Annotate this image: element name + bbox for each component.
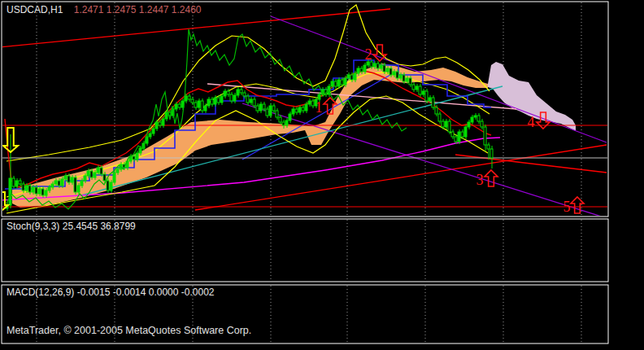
candle-body (311, 101, 314, 106)
candle-body (133, 156, 135, 160)
candle-body (94, 173, 96, 177)
candle-body (194, 103, 197, 107)
candle-body (396, 72, 398, 78)
candle-body (344, 78, 346, 85)
ohlc-quote-values: 1.2471 1.2475 1.2447 1.2460 (74, 4, 202, 15)
candle-body (19, 181, 21, 184)
candle-body (376, 63, 379, 68)
candle-body (51, 184, 54, 187)
candle-body (162, 119, 164, 125)
candle-body (448, 121, 450, 132)
candle-body (266, 109, 268, 116)
candle-body (77, 186, 80, 192)
candle-body (393, 72, 395, 75)
candle-body (337, 80, 340, 86)
candle-body (243, 93, 246, 96)
candle-body (468, 122, 470, 127)
candle-body (461, 132, 463, 137)
candle-body (282, 122, 285, 125)
candle-body (246, 96, 249, 103)
candle-body (240, 90, 242, 93)
candle-body (253, 99, 255, 106)
candle-body (155, 122, 158, 129)
candle-body (110, 182, 112, 190)
annotation-number-2: 2 (365, 46, 372, 63)
candle-body (347, 75, 350, 78)
candle-body (12, 178, 15, 186)
candle-body (67, 176, 70, 182)
metatrader-chart-window: 12345 USDCAD,H1 1.2471 1.2475 1.2447 1.2… (0, 0, 644, 350)
macd-indicator-label: MACD(12,26,9) -0.0015 -0.0014 0.0000 -0.… (7, 287, 215, 297)
candle-body (416, 86, 418, 90)
candle-body (178, 104, 181, 107)
candle-body (445, 121, 447, 127)
cyan-rising-trendline[interactable] (81, 86, 503, 195)
annotation-arrow-up-icon (485, 170, 498, 186)
candle-body (107, 181, 109, 190)
candle-body (455, 137, 457, 142)
candle-body (432, 98, 434, 107)
candle-body (484, 127, 486, 145)
main-chart-area[interactable]: 12345 (0, 5, 607, 218)
candle-body (419, 86, 421, 94)
candle-body (412, 85, 415, 90)
candle-body (15, 181, 18, 186)
candle-body (58, 181, 60, 186)
candle-body (481, 121, 483, 127)
candle-body (474, 116, 476, 117)
candle-body (429, 98, 431, 101)
candle-body (139, 148, 141, 153)
candle-body (276, 111, 278, 117)
candle-body (272, 106, 275, 111)
candle-body (383, 65, 385, 72)
candle-body (263, 104, 265, 109)
candle-body (341, 80, 343, 85)
candle-body (149, 133, 151, 137)
candle-body (458, 132, 460, 142)
candle-body (399, 75, 402, 78)
candle-body (103, 174, 106, 181)
candle-body (285, 120, 288, 125)
candle-body (422, 91, 424, 94)
candle-body (305, 104, 307, 111)
candle-body (165, 112, 168, 119)
candle-body (74, 177, 76, 192)
annotation-number-4: 4 (528, 114, 535, 130)
candle-body (61, 179, 63, 186)
candle-body (113, 173, 115, 182)
candle-body (204, 106, 207, 111)
red-rising-support[interactable] (195, 145, 607, 210)
candle-body (302, 107, 304, 111)
candle-body (159, 122, 161, 125)
candle-body (269, 106, 272, 116)
candle-body (152, 129, 154, 133)
candle-body (97, 168, 99, 173)
candle-body (80, 181, 83, 186)
candle-body (100, 168, 102, 174)
candle-body (295, 109, 298, 112)
candle-body (28, 186, 31, 192)
candle-body (201, 101, 203, 111)
candle-body (188, 96, 190, 99)
candle-body (402, 75, 405, 81)
candle-body (471, 117, 473, 122)
annotation-number-3: 3 (476, 172, 484, 188)
annotation-number-5: 5 (564, 199, 571, 215)
candle-body (298, 107, 301, 112)
candle-body (409, 78, 411, 85)
candle-body (207, 99, 210, 106)
symbol-timeframe-label: USDCAD,H1 (7, 4, 63, 15)
candle-body (289, 114, 291, 120)
chart-title: USDCAD,H1 1.2471 1.2475 1.2447 1.2460 (7, 5, 202, 15)
candle-body (71, 177, 73, 182)
candle-body (22, 184, 24, 190)
candle-body (64, 176, 67, 179)
candle-body (438, 114, 441, 121)
candle-body (214, 98, 216, 104)
stoch-indicator-label: Stoch(9,3,3) 25.4545 36.8799 (7, 221, 136, 231)
candle-body (451, 132, 454, 137)
candle-body (350, 75, 353, 80)
candle-body (331, 81, 333, 86)
candle-body (84, 176, 86, 181)
candle-body (292, 109, 294, 114)
